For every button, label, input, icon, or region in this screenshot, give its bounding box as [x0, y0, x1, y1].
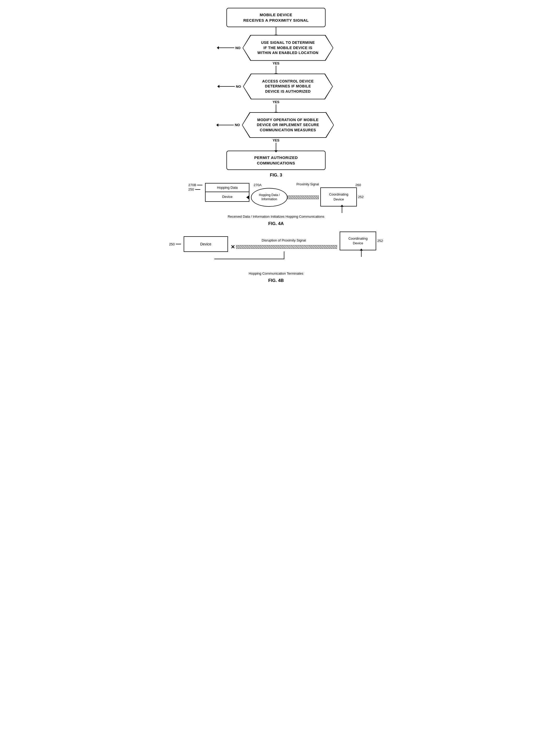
up-arrow-4b — [361, 250, 362, 257]
coord-box-4b: Coordinating Device — [339, 232, 376, 250]
arrow-3-4 — [276, 104, 276, 112]
step3-no-label: NO — [236, 85, 241, 89]
step1-text: MOBILE DEVICE RECEIVES A PROXIMITY SIGNA… — [243, 12, 309, 22]
fig4b-section: 250 Device Disruption of Proximity Signa… — [169, 232, 383, 283]
coord-box-4a: Coordinating Device — [320, 188, 357, 206]
step2-no-label: NO — [235, 46, 241, 50]
signal-bar-4a — [287, 196, 319, 199]
connector-250 — [195, 189, 200, 190]
device-bottom: Device — [205, 192, 249, 201]
ref-270a: 270A — [254, 183, 261, 187]
step3-no-arrow — [219, 86, 235, 87]
proximity-label-4a: Proximity Signal — [296, 183, 319, 186]
arrow-1-2 — [276, 27, 276, 35]
step4-text: MODIFY OPERATION OF MOBILE DEVICE OR IMP… — [242, 113, 333, 137]
step3-text: ACCESS CONTROL DEVICE DETERMINES IF MOBI… — [244, 74, 332, 99]
oval-text: Hopping Data / Information — [259, 193, 280, 201]
ref-260: 260 — [355, 183, 361, 187]
step3-no-wrap: NO — [219, 85, 241, 89]
device-box-4b: Device — [184, 236, 228, 252]
arrow-2-3 — [276, 66, 276, 74]
yes-1: YES — [273, 61, 279, 65]
x-mark: ✕ — [231, 244, 235, 250]
step1-box: MOBILE DEVICE RECEIVES A PROXIMITY SIGNA… — [227, 8, 325, 27]
arrow-4-5 — [276, 143, 276, 150]
ref-252-4b: 252 — [377, 239, 383, 243]
step2-no-wrap: NO — [219, 46, 241, 50]
flowchart-fig3: MOBILE DEVICE RECEIVES A PROXIMITY SIGNA… — [169, 8, 383, 170]
fig4a-diagram: 270B 250 Hopping Data Device 270A — [169, 183, 383, 213]
fig4b-caption: Hopping Communication Terminates — [169, 272, 383, 276]
fig4a-caption: Received Data / Information Initializes … — [169, 215, 383, 218]
step2-hex: USE SIGNAL TO DETERMINE IF THE MOBILE DE… — [243, 35, 333, 61]
signal-bar-4b — [236, 245, 337, 249]
fig4b-label: FIG. 4B — [169, 278, 383, 283]
step3-hex: ACCESS CONTROL DEVICE DETERMINES IF MOBI… — [243, 74, 333, 99]
device-box-4a: Hopping Data Device — [205, 183, 249, 202]
hopping-data-top: Hopping Data — [205, 184, 249, 192]
up-arrow-4a — [342, 207, 342, 213]
bottom-line-vert — [284, 251, 284, 259]
signal-wrap-4b: Disruption of Proximity Signal ✕ — [231, 238, 337, 250]
step4-hex: MODIFY OPERATION OF MOBILE DEVICE OR IMP… — [242, 112, 334, 138]
step5-box: PERMIT AUTHORIZED COMMUNICATIONS — [227, 150, 325, 170]
disruption-label: Disruption of Proximity Signal — [262, 238, 306, 243]
step3-row: NO ACCESS CONTROL DEVICE DETERMINES IF M… — [219, 74, 333, 99]
ref-250-4b: 250 — [169, 242, 175, 246]
step2-no-arrow — [219, 47, 234, 48]
fig4a-section: 270B 250 Hopping Data Device 270A — [169, 183, 383, 226]
bottom-line-horiz — [215, 259, 284, 259]
ref-270b: 270B — [188, 183, 196, 187]
fig3-label: FIG. 3 — [169, 173, 383, 178]
step4-row: NO MODIFY OPERATION OF MOBILE DEVICE OR … — [218, 112, 334, 138]
yes-3: YES — [273, 138, 279, 142]
ref-252-4a: 252 — [358, 195, 364, 199]
step4-no-arrow — [218, 125, 234, 125]
step4-no-label: NO — [235, 123, 240, 127]
connector-270b — [197, 185, 202, 185]
ref-250: 250 — [188, 188, 194, 191]
step2-text: USE SIGNAL TO DETERMINE IF THE MOBILE DE… — [243, 35, 333, 60]
step4-no-wrap: NO — [218, 123, 240, 127]
yes-2: YES — [273, 100, 279, 104]
connector-250-4b — [176, 244, 181, 244]
hopping-info-oval: Hopping Data / Information — [251, 188, 287, 207]
fig4b-diagram: 250 Device Disruption of Proximity Signa… — [169, 232, 383, 270]
fig4a-label: FIG. 4A — [169, 221, 383, 226]
step2-row: NO USE SIGNAL TO DETERMINE IF THE MOBILE… — [219, 35, 333, 61]
arrow-to-device — [246, 196, 249, 199]
step5-text: PERMIT AUTHORIZED COMMUNICATIONS — [254, 155, 298, 165]
